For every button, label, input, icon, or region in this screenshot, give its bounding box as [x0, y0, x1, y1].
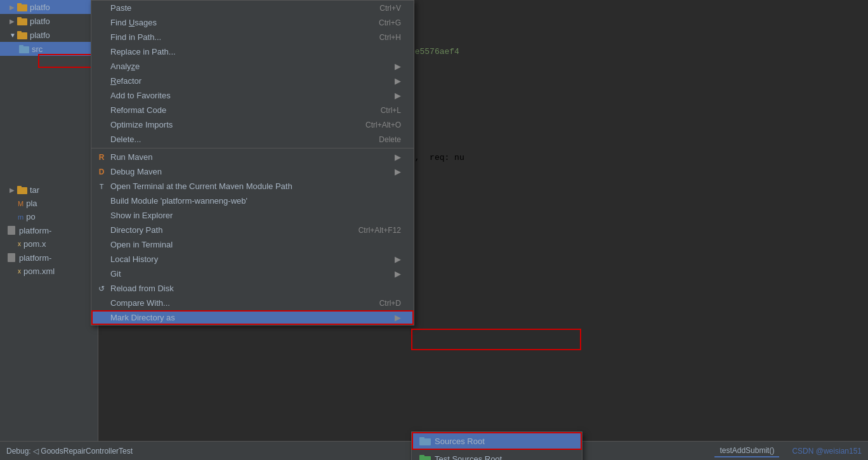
sidebar-item-platfo-2[interactable]: ▶ platfo [0, 14, 98, 28]
sidebar-label: pom.x [23, 239, 46, 249]
folder-src-icon [19, 44, 29, 54]
sidebar-item-src[interactable]: src [0, 42, 98, 56]
svg-rect-7 [19, 45, 23, 48]
menu-item-reload[interactable]: ↺ Reload from Disk [91, 281, 414, 296]
svg-rect-9 [17, 186, 22, 188]
shortcut-label: Ctrl+Alt+O [346, 121, 401, 129]
svg-rect-11 [8, 253, 15, 262]
sidebar-label: pla [26, 199, 37, 208]
sidebar: ▶ platfo ▶ platfo ▼ platfo src ▶ [0, 0, 98, 460]
menu-item-label: Show in Explorer [110, 211, 173, 220]
menu-item-label: Optimize Imports [110, 120, 173, 129]
debug-maven-icon: D [96, 167, 107, 177]
menu-item-open-in-terminal[interactable]: Open in Terminal [91, 237, 414, 252]
menu-item-optimize-imports[interactable]: Optimize Imports Ctrl+Alt+O [91, 117, 414, 132]
menu-item-directory-path[interactable]: Directory Path Ctrl+Alt+F12 [91, 223, 414, 237]
sidebar-label: src [32, 44, 43, 54]
menu-item-find-usages[interactable]: Find Usages Ctrl+G [91, 15, 414, 30]
menu-item-label: Delete... [110, 135, 141, 144]
arrow-icon: ▶ [395, 152, 401, 162]
sidebar-item-pla[interactable]: M pla [0, 197, 98, 210]
submenu-item-test-sources-root[interactable]: Test Sources Root [412, 450, 582, 460]
menu-item-refactor[interactable]: Refactor ▶ [91, 74, 414, 88]
menu-item-replace-in-path[interactable]: Replace in Path... [91, 44, 414, 59]
bottom-right: CSDN @weisian151 [792, 447, 862, 456]
menu-item-label: Debug Maven [110, 167, 162, 176]
shortcut-label: Delete [360, 135, 401, 144]
menu-item-git[interactable]: Git ▶ [91, 266, 414, 281]
menu-item-label: Compare With... [110, 298, 170, 308]
xml-icon: x [18, 240, 21, 247]
menu-item-label: Find Usages [110, 18, 157, 27]
arrow-icon: ▶ [395, 167, 401, 176]
chevron-icon: ▶ [10, 4, 16, 10]
menu-item-run-maven[interactable]: R Run Maven ▶ [91, 150, 414, 164]
menu-item-label: Refactor [110, 76, 141, 86]
shortcut-label: Ctrl+G [360, 18, 401, 27]
file-icon: m [18, 213, 23, 221]
arrow-icon: ▶ [395, 269, 401, 279]
folder-icon [17, 185, 27, 195]
submenu-item-label: Sources Root [435, 437, 485, 446]
menu-item-label: Open in Terminal [110, 240, 173, 249]
menu-item-label: Reload from Disk [110, 284, 174, 293]
sidebar-item-platform-maven[interactable]: platform- [0, 223, 98, 237]
arrow-icon: ▶ [395, 254, 401, 264]
menu-item-debug-maven[interactable]: D Debug Maven ▶ [91, 164, 414, 179]
svg-rect-10 [8, 226, 15, 235]
sidebar-label: platform- [19, 226, 51, 235]
folder-icon [17, 2, 27, 12]
menu-separator [91, 148, 414, 148]
menu-item-label: Local History [110, 254, 158, 264]
bottom-left: Debug: ◁ GoodsRepairControllerTest [6, 447, 133, 456]
mark-directory-submenu: Sources Root Test Sources Root Resources… [411, 431, 582, 460]
menu-item-open-terminal-maven[interactable]: T Open Terminal at the Current Maven Mod… [91, 179, 414, 194]
menu-item-show-explorer[interactable]: Show in Explorer [91, 208, 414, 223]
menu-item-label: Open Terminal at the Current Maven Modul… [110, 181, 293, 191]
sidebar-item-platfo-1[interactable]: ▶ platfo [0, 0, 98, 14]
menu-item-find-in-path[interactable]: Find in Path... Ctrl+H [91, 30, 414, 44]
menu-item-compare-with[interactable]: Compare With... Ctrl+D [91, 296, 414, 310]
folder-icon [17, 30, 27, 40]
menu-item-mark-directory[interactable]: Mark Directory as ▶ [91, 310, 414, 325]
sidebar-item-pom-xml[interactable]: x pom.x [0, 237, 98, 251]
tab-label[interactable]: testAddSubmit() [714, 445, 779, 457]
sidebar-label: pom.xml [23, 266, 55, 276]
submenu-item-sources-root[interactable]: Sources Root [412, 432, 582, 450]
shortcut-label: Ctrl+D [360, 299, 401, 308]
menu-item-delete[interactable]: Delete... Delete [91, 132, 414, 147]
menu-item-label: Find in Path... [110, 32, 161, 42]
svg-rect-3 [17, 17, 22, 20]
menu-item-analyze[interactable]: Analyze ▶ [91, 59, 414, 74]
sidebar-item-tar[interactable]: ▶ tar [0, 183, 98, 197]
menu-item-local-history[interactable]: Local History ▶ [91, 252, 414, 266]
sidebar-item-platform-2[interactable]: platform- [0, 251, 98, 265]
shortcut-label: Ctrl+H [360, 33, 401, 42]
test-sources-root-icon [419, 453, 431, 460]
submenu-item-label: Test Sources Root [435, 454, 502, 461]
menu-item-label: Replace in Path... [110, 47, 176, 56]
run-maven-icon: R [96, 152, 107, 162]
menu-item-label: Reformat Code [110, 105, 166, 115]
reload-icon: ↺ [96, 284, 107, 294]
context-menu: Paste Ctrl+V Find Usages Ctrl+G Find in … [91, 0, 414, 325]
arrow-icon: ▶ [395, 76, 401, 86]
svg-rect-13 [419, 437, 424, 440]
sidebar-item-pom-xml-2[interactable]: x pom.xml [0, 265, 98, 278]
folder-icon [17, 16, 27, 26]
menu-item-add-favorites[interactable]: Add to Favorites ▶ [91, 88, 414, 103]
sidebar-item-po[interactable]: m po [0, 210, 98, 223]
sidebar-item-platfo-3[interactable]: ▼ platfo [0, 28, 98, 42]
sources-root-icon [419, 435, 431, 447]
sidebar-label: platfo [30, 3, 50, 12]
sidebar-label: platfo [30, 30, 50, 40]
chevron-icon: ▶ [10, 187, 16, 193]
file-icon [6, 225, 16, 235]
shortcut-label: Ctrl+Alt+F12 [339, 226, 401, 235]
menu-item-reformat[interactable]: Reformat Code Ctrl+L [91, 103, 414, 117]
xml-icon: x [18, 268, 21, 275]
menu-item-paste[interactable]: Paste Ctrl+V [91, 1, 414, 15]
chevron-icon: ▼ [10, 32, 16, 38]
arrow-icon: ▶ [395, 62, 401, 71]
menu-item-build-module[interactable]: Build Module 'platform-wanneng-web' [91, 194, 414, 208]
